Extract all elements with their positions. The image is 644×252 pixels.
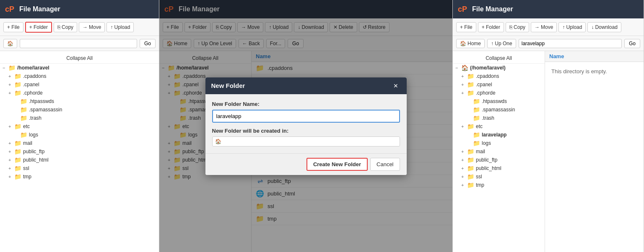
modal-title: New Folder xyxy=(211,82,245,89)
toggle-etc-1: + xyxy=(8,124,14,129)
tree-item-publichtml-1[interactable]: + 📁 public_html xyxy=(0,156,159,164)
panel1-header: cP File Manager xyxy=(0,0,159,18)
modal-close-btn[interactable]: ✕ xyxy=(391,82,401,90)
folder-icon-trash-1: 📁 xyxy=(20,115,27,121)
new-folder-modal: New Folder ✕ New Folder Name: New Folder… xyxy=(205,77,407,175)
copy-icon-1: ⎘ xyxy=(57,24,60,30)
tree-label-cphorde-1: .cphorde xyxy=(23,90,43,96)
tree-label-cpaddons-1: .cpaddons xyxy=(23,73,46,79)
panel1-nav-input[interactable] xyxy=(20,39,137,48)
p3-tree-mail[interactable]: + 📁 mail xyxy=(453,147,545,156)
panel1-move-btn[interactable]: → Move xyxy=(79,22,105,32)
p3-tree-publichtml[interactable]: + 📁 public_html xyxy=(453,164,545,172)
create-new-folder-btn[interactable]: Create New Folder xyxy=(306,158,368,171)
panel3-up-btn[interactable]: ↑ Up One xyxy=(487,39,516,48)
tree-item-root-1[interactable]: − 📁 /home/laravel xyxy=(0,64,159,72)
folder-name-label: New Folder Name: xyxy=(212,101,400,107)
panel-2: cP File Manager + File + Folder ⎘ Copy →… xyxy=(159,0,453,252)
move-icon-1: → xyxy=(83,24,88,30)
panel1-toolbar: + File + Folder ⎘ Copy → Move ↑ Upload xyxy=(0,18,159,36)
folder-icon-root-1: 📁 xyxy=(8,64,16,71)
p3-tree-trash[interactable]: 📁 .trash xyxy=(453,114,545,122)
tree-label-publicftp-1: public_ftp xyxy=(23,149,44,154)
tree-label-spam-1: .spamassassin xyxy=(29,107,62,113)
tree-item-mail-1[interactable]: + 📁 mail xyxy=(0,139,159,147)
p3-tree-cpaddons[interactable]: + 📁 .cpaddons xyxy=(453,72,545,80)
panel1-file-btn[interactable]: + File xyxy=(3,22,23,32)
folder-location-label: New Folder will be created in: xyxy=(212,128,400,134)
panel1-copy-btn[interactable]: ⎘ Copy xyxy=(54,22,77,32)
panel3-move-btn[interactable]: → Move xyxy=(531,22,557,32)
panel1-collapse-all[interactable]: Collapse All xyxy=(0,53,159,64)
panel3-file-area: Collapse All − 🏠 (/home/laravel) + 📁 .cp… xyxy=(453,51,644,252)
panel3-file-btn[interactable]: + File xyxy=(456,22,476,32)
panel3-home-btn[interactable]: 🏠 Home xyxy=(456,39,485,48)
tree-label-root-1: /home/laravel xyxy=(17,65,49,71)
tree-item-spam-1[interactable]: 📁 .spamassassin xyxy=(0,105,159,114)
toggle-publicftp-1: + xyxy=(8,149,14,154)
folder-icon-cphorde-1: 📁 xyxy=(14,90,21,96)
panel1-folder-btn[interactable]: + Folder xyxy=(25,22,52,33)
toggle-cpanel-1: + xyxy=(8,82,14,87)
copy-icon-3: ⎘ xyxy=(509,24,512,30)
modal-body: New Folder Name: New Folder will be crea… xyxy=(205,94,407,153)
folder-location-display: 🏠 xyxy=(212,136,400,147)
toggle-ssl-1: + xyxy=(8,166,14,171)
toggle-root-1: − xyxy=(3,65,8,70)
folder-icon-htpasswds-1: 📁 xyxy=(20,98,27,105)
p3-tree-etc[interactable]: + 📁 etc xyxy=(453,122,545,131)
cp-logo-1: cP xyxy=(5,5,14,14)
folder-icon-cpanel-1: 📁 xyxy=(14,81,21,88)
folder-name-input[interactable] xyxy=(212,110,400,123)
tree-item-cpanel-1[interactable]: + 📁 .cpanel xyxy=(0,80,159,89)
panel1-nav: 🏠 Go xyxy=(0,36,159,51)
p3-tree-spam[interactable]: 📁 .spamassassin xyxy=(453,105,545,114)
panel3-nav-input[interactable] xyxy=(519,39,622,48)
panel3-header: cP File Manager xyxy=(453,0,644,18)
panel3-upload-btn[interactable]: ↑ Upload xyxy=(558,22,586,32)
panel3-download-btn[interactable]: ↓ Download xyxy=(587,22,621,32)
tree-item-logs-1[interactable]: 📁 logs xyxy=(0,131,159,139)
upload-icon-3: ↑ xyxy=(562,24,565,30)
p3-tree-ssl[interactable]: + 📁 ssl xyxy=(453,172,545,181)
panel1-tree: Collapse All − 📁 /home/laravel + 📁 .cpad… xyxy=(0,51,159,252)
tree-item-cpaddons-1[interactable]: + 📁 .cpaddons xyxy=(0,72,159,80)
panel3-folder-btn[interactable]: + Folder xyxy=(478,22,504,32)
p3-tree-tmp[interactable]: + 📁 tmp xyxy=(453,181,545,189)
panel3-tree: Collapse All − 🏠 (/home/laravel) + 📁 .cp… xyxy=(453,51,545,252)
cancel-btn[interactable]: Cancel xyxy=(370,158,400,171)
p3-tree-root[interactable]: − 🏠 (/home/laravel) xyxy=(453,64,545,72)
tree-label-logs-1: logs xyxy=(29,132,38,138)
panel3-go-btn[interactable]: Go xyxy=(624,39,640,48)
tree-item-ssl-1[interactable]: + 📁 ssl xyxy=(0,164,159,172)
cp-logo-3: cP xyxy=(458,5,467,14)
tree-item-tmp-1[interactable]: + 📁 tmp xyxy=(0,172,159,181)
panel1-home-icon-btn[interactable]: 🏠 xyxy=(3,39,17,48)
folder-icon-mail-1: 📁 xyxy=(14,140,21,147)
tree-item-publicftp-1[interactable]: + 📁 public_ftp xyxy=(0,147,159,156)
panel1-upload-btn[interactable]: ↑ Upload xyxy=(106,22,134,32)
panel-3: cP File Manager + File + Folder ⎘ Copy →… xyxy=(453,0,644,252)
tree-label-publichtml-1: public_html xyxy=(23,157,49,163)
upload-icon-1: ↑ xyxy=(110,24,113,30)
tree-item-trash-1[interactable]: 📁 .trash xyxy=(0,114,159,122)
p3-tree-publicftp[interactable]: + 📁 public_ftp xyxy=(453,156,545,164)
panel3-file-list: Name This directory is empty. xyxy=(545,51,644,252)
tree-item-cphorde-1[interactable]: + 📁 .cphorde xyxy=(0,89,159,97)
toggle-tmp-1: + xyxy=(8,174,14,179)
folder-icon-logs-1: 📁 xyxy=(20,131,27,138)
p3-tree-htpasswds[interactable]: 📁 .htpasswds xyxy=(453,97,545,105)
p3-tree-cphorde[interactable]: + 📁 .cphorde xyxy=(453,89,545,97)
p3-tree-cpanel[interactable]: + 📁 .cpanel xyxy=(453,80,545,89)
folder-icon-spam-1: 📁 xyxy=(20,106,27,113)
p3-tree-laravelapp[interactable]: 📁 laravelapp xyxy=(453,131,545,139)
toggle-publichtml-1: + xyxy=(8,157,14,162)
toggle-cpaddons-1: + xyxy=(8,74,14,79)
p3-tree-logs[interactable]: 📁 logs xyxy=(453,139,545,147)
panel3-collapse-all[interactable]: Collapse All xyxy=(453,53,545,64)
folder-icon-tmp-1: 📁 xyxy=(14,173,21,180)
tree-item-htpasswds-1[interactable]: 📁 .htpasswds xyxy=(0,97,159,105)
panel1-go-btn[interactable]: Go xyxy=(140,39,156,48)
panel3-copy-btn[interactable]: ⎘ Copy xyxy=(506,22,529,32)
tree-item-etc-1[interactable]: + 📁 etc xyxy=(0,122,159,131)
